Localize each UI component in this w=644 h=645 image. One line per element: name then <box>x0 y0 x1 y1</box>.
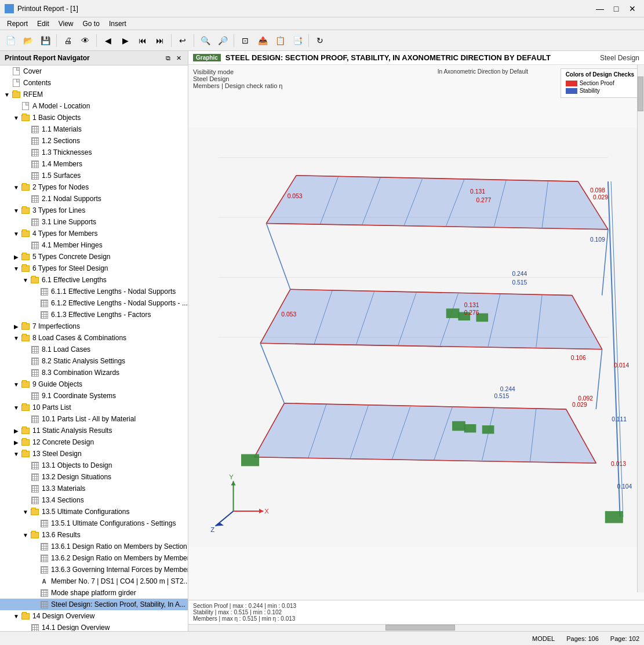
toolbar-export2[interactable]: 📋 <box>272 32 288 49</box>
structure-svg: 0.131 0.277 0.053 0.053 0.131 0.276 0.10… <box>188 82 644 592</box>
tree-item-int-forces[interactable]: 13.6.3 Governing Internal Forces by Memb… <box>0 564 188 575</box>
toolbar-refresh[interactable]: ↻ <box>312 32 328 49</box>
tree-item-contents[interactable]: Contents <box>0 77 188 89</box>
tree-item-cover[interactable]: Cover <box>0 65 188 77</box>
toolbar-export3[interactable]: 📑 <box>289 32 305 49</box>
tree-item-eff-nodal1[interactable]: 6.1.1 Effective Lengths - Nodal Supports <box>0 286 188 297</box>
tree-item-guide-objects[interactable]: ▼ 9 Guide Objects <box>0 378 188 390</box>
tree-item-sections[interactable]: 1.2 Sections <box>0 135 188 147</box>
svg-rect-50 <box>446 308 460 318</box>
toolbar-next-page[interactable]: ▶ <box>117 32 133 49</box>
close-button[interactable]: ✕ <box>625 3 639 14</box>
toolbar-preview[interactable]: 👁 <box>77 32 93 49</box>
horizontal-scrollbar-thumb[interactable] <box>385 625 455 631</box>
minimize-button[interactable]: — <box>593 3 607 14</box>
tree-item-model[interactable]: A Model - Location <box>0 100 188 112</box>
tree-item-line-supports[interactable]: 3.1 Line Supports <box>0 216 188 228</box>
grid-icon <box>39 311 49 319</box>
tree-item-basic-objects[interactable]: ▼ 1 Basic Objects <box>0 112 188 123</box>
menu-view[interactable]: View <box>54 19 78 29</box>
toolbar-zoom-out[interactable]: 🔍 <box>197 32 213 49</box>
toolbar-print[interactable]: 🖨 <box>60 32 76 49</box>
horizontal-scrollbar[interactable] <box>188 624 644 631</box>
tree-item-imperfections[interactable]: ▶ 7 Imperfections <box>0 320 188 332</box>
grid-icon <box>30 148 39 156</box>
tree-item-concrete-design[interactable]: ▶ 12 Concrete Design <box>0 436 188 448</box>
tree-item-obj-design[interactable]: 13.1 Objects to Design <box>0 460 188 471</box>
tree-item-design-overview-item[interactable]: 14.1 Design Overview <box>0 622 188 631</box>
app-title: Printout Report - [1] <box>17 5 78 13</box>
scrollbar-thumb[interactable] <box>638 76 643 111</box>
tree-item-parts-material[interactable]: 10.1 Parts List - All by Material <box>0 413 188 425</box>
tree-item-eff-lengths[interactable]: ▼ 6.1 Effective Lengths <box>0 274 188 286</box>
maximize-button[interactable]: □ <box>609 3 623 14</box>
toolbar-prev-page[interactable]: ◀ <box>100 32 116 49</box>
toolbar-open[interactable]: 📂 <box>20 32 36 49</box>
tree-item-ult-settings[interactable]: 13.5.1 Ultimate Configurations - Setting… <box>0 518 188 529</box>
tree-item-rfem[interactable]: ▼ RFEM <box>0 89 188 100</box>
tree-item-thicknesses[interactable]: 1.3 Thicknesses <box>0 147 188 158</box>
toolbar-fit[interactable]: ⊡ <box>237 32 253 49</box>
sidebar-close-button[interactable]: ✕ <box>174 53 183 63</box>
grid-icon <box>30 160 39 168</box>
toolbar-undo[interactable]: ↩ <box>174 32 191 49</box>
tree-item-ratio-section[interactable]: 13.6.1 Design Ratio on Members by Sectio… <box>0 541 188 552</box>
tree-item-ult-configs[interactable]: ▼ 13.5 Ultimate Configurations <box>0 506 188 518</box>
tree-item-types-concrete[interactable]: ▶ 5 Types Concrete Design <box>0 251 188 263</box>
svg-rect-49 <box>482 425 494 433</box>
doc-icon <box>12 79 21 87</box>
sidebar-title: Printout Report Navigator <box>5 54 90 62</box>
tree-item-types-steel[interactable]: ▼ 6 Types for Steel Design <box>0 263 188 274</box>
svg-text:0.276: 0.276 <box>464 309 479 316</box>
tree-item-static-settings[interactable]: 8.2 Static Analysis Settings <box>0 355 188 367</box>
tree-item-types-nodes[interactable]: ▼ 2 Types for Nodes <box>0 181 188 193</box>
tree-item-nodal-supports[interactable]: 2.1 Nodal Supports <box>0 193 188 205</box>
tree-item-mode-shape[interactable]: Mode shape platform girder <box>0 587 188 599</box>
tree-item-static-results[interactable]: ▶ 11 Static Analysis Results <box>0 425 188 436</box>
tree-item-members[interactable]: 1.4 Members <box>0 158 188 170</box>
menu-report[interactable]: Report <box>2 19 32 29</box>
tree-item-types-lines[interactable]: ▼ 3 Types for Lines <box>0 205 188 216</box>
toolbar-last-page[interactable]: ⏭ <box>152 32 168 49</box>
vertical-scrollbar[interactable] <box>637 65 644 592</box>
tree-item-load-cases[interactable]: ▼ 8 Load Cases & Combinations <box>0 332 188 344</box>
tree-item-load-cases-item[interactable]: 8.1 Load Cases <box>0 344 188 355</box>
tree-item-surfaces[interactable]: 1.5 Surfaces <box>0 170 188 181</box>
toolbar-save[interactable]: 💾 <box>37 32 53 49</box>
tree-item-steel-design[interactable]: ▼ 13 Steel Design <box>0 448 188 460</box>
tree-item-comb-wizards[interactable]: 8.3 Combination Wizards <box>0 367 188 378</box>
tree-item-member-no[interactable]: A Member No. 7 | DS1 | CO4 | 2.500 m | S… <box>0 575 188 587</box>
tree-item-materials[interactable]: 1.1 Materials <box>0 123 188 135</box>
toolbar-zoom-in[interactable]: 🔎 <box>214 32 231 49</box>
tree-item-coord-sys[interactable]: 9.1 Coordinate Systems <box>0 390 188 402</box>
status-bar: MODEL Pages: 106 Page: 102 <box>0 631 644 645</box>
folder-icon <box>21 253 30 261</box>
toolbar-first-page[interactable]: ⏮ <box>134 32 151 49</box>
menu-goto[interactable]: Go to <box>78 19 104 29</box>
tree-item-eff-factors[interactable]: 6.1.3 Effective Lengths - Factors <box>0 309 188 320</box>
tree-item-design-situations[interactable]: 13.2 Design Situations <box>0 471 188 483</box>
toolbar-new[interactable]: 📄 <box>2 32 19 49</box>
svg-text:0.244: 0.244 <box>512 271 527 278</box>
tree-item-sd-materials[interactable]: 13.3 Materials <box>0 483 188 494</box>
sidebar-tree[interactable]: Cover Contents ▼ RFEM A Model - Location <box>0 65 188 631</box>
svg-rect-48 <box>464 424 476 432</box>
svg-text:0.029: 0.029 <box>572 402 587 408</box>
tree-item-types-members[interactable]: ▼ 4 Types for Members <box>0 228 188 239</box>
tree-item-sd-sections[interactable]: 13.4 Sections <box>0 494 188 506</box>
tree-item-member-hinges[interactable]: 4.1 Member Hinges <box>0 239 188 251</box>
toolbar-export1[interactable]: 📤 <box>254 32 271 49</box>
menu-insert[interactable]: Insert <box>104 19 131 29</box>
tree-item-design-overview[interactable]: ▼ 14 Design Overview <box>0 610 188 622</box>
tree-item-parts-list[interactable]: ▼ 10 Parts List <box>0 402 188 413</box>
tree-item-results[interactable]: ▼ 13.6 Results <box>0 529 188 541</box>
svg-marker-27 <box>254 403 596 463</box>
sidebar-undock-button[interactable]: ⧉ <box>163 53 173 63</box>
toolbar-sep-4 <box>194 34 194 47</box>
toolbar-sep-5 <box>234 34 234 47</box>
menu-edit[interactable]: Edit <box>32 19 54 29</box>
steel-design-label: Steel Design <box>193 75 282 82</box>
tree-item-eff-nodal2[interactable]: 6.1.2 Effective Lengths - Nodal Supports… <box>0 297 188 309</box>
tree-item-ratio-member[interactable]: 13.6.2 Design Ratio on Members by Member <box>0 552 188 564</box>
tree-item-steel-proof[interactable]: Steel Design: Section Proof, Stability, … <box>0 599 188 610</box>
